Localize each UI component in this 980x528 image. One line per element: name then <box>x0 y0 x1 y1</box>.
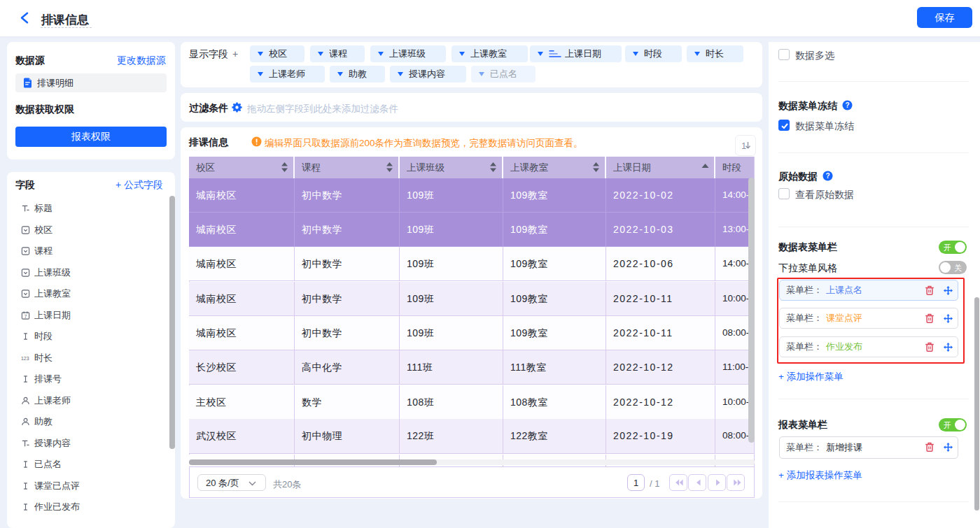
svg-text:?: ? <box>826 172 830 180</box>
svg-text:?: ? <box>846 101 850 109</box>
svg-text:7: 7 <box>24 313 27 318</box>
svg-text:123: 123 <box>21 355 29 360</box>
svg-text:1: 1 <box>741 141 746 151</box>
